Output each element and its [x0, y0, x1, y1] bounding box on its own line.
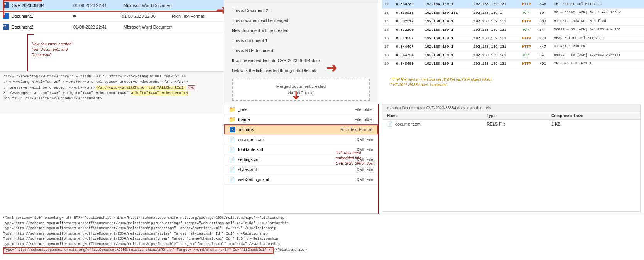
file-type-cve: Microsoft Word Document: [123, 3, 172, 8]
bottom-xml-highlight-red: Type="http://schemas.openxmlformats.org/…: [3, 247, 274, 254]
net-proto-1: TCP: [520, 8, 537, 17]
re-size-0: 1 KB: [547, 120, 640, 129]
breadcrumb-text: > shah > Documents > CVE-2023-36884.docx…: [386, 106, 491, 110]
right-explorer-table: Name Type Compressed size 📄document.xml …: [382, 112, 640, 128]
net-proto-2: HTTP: [520, 17, 537, 25]
net-len-1: 60: [537, 8, 552, 17]
net-time-1: 0.030918: [394, 8, 423, 17]
red-bracket-top: [3, 0, 42, 1]
doc-line1: This is Document 2.: [232, 6, 370, 15]
re-header-row: Name Type Compressed size: [382, 112, 640, 120]
folder-icon-theme: 📁: [229, 116, 235, 122]
doc-line3: New document will be created.: [232, 26, 370, 35]
bottom-xml-line5: Type="http://schemas.openxmlformats.org/…: [3, 237, 641, 242]
bottom-xml-line4: Type="http://schemas.openxmlformats.org/…: [3, 231, 641, 237]
http-annotation: HTTP Request to start.xml via StdOleLink…: [390, 77, 505, 88]
re-type-0: RELS File: [482, 120, 546, 129]
folder-icon-rels: 📁: [229, 106, 235, 112]
bottom-xml-line3: Type="http://schemas.openxmlformats.org/…: [3, 226, 641, 231]
fe-name-rels: _rels: [238, 107, 327, 112]
net-info-4: HEAD /start.xml HTTP/1.1: [552, 34, 644, 42]
net-row-7[interactable]: 19 0.048450 192.168.159.1 192.168.159.13…: [382, 59, 644, 68]
file-name-doc1: Document1: [12, 14, 73, 18]
net-len-0: 336: [537, 0, 552, 8]
file-icon-fonttable: 📄: [229, 146, 235, 153]
net-info-5: HTTP/1.1 200 OK: [552, 42, 644, 51]
connecting-line-v: [378, 104, 379, 214]
ann-line-v: [27, 35, 28, 71]
net-dst-2: 192.168.159.131: [471, 17, 520, 25]
right-explorer: > shah > Documents > CVE-2023-36884.docx…: [382, 104, 641, 212]
net-src-5: 192.168.159.1: [423, 42, 471, 51]
net-src-7: 192.168.159.1: [423, 59, 471, 68]
file-icon-docxml: 📄: [229, 136, 235, 143]
file-date-cve: 01-08-2023 22:41: [73, 3, 123, 8]
net-info-2: HTTP/1.1 304 Not Modified: [552, 17, 644, 25]
fe-row-docxml[interactable]: 📄 document.xml XML File: [224, 134, 378, 144]
fe-name-settings: settings.xml: [238, 157, 327, 162]
bottom-xml-line7: Type="http://schemas.openxmlformats.org/…: [3, 247, 641, 254]
net-dst-1: 192.168.159.1: [471, 8, 520, 17]
net-len-4: 273: [537, 34, 552, 42]
fe-type-rels: File folder: [327, 107, 373, 112]
file-date-doc1: 01-08-2023 22:36: [122, 14, 172, 18]
arrow-down-1: ➜: [290, 91, 303, 100]
fe-name-styles: styles.xml: [238, 167, 327, 172]
fe-name-fonttable: fontTable.xml: [238, 147, 327, 152]
net-proto-6: TCP: [520, 51, 537, 59]
network-table: 12 0.030789 192.168.159.1 192.168.159.13…: [382, 0, 644, 68]
net-num-1: 13: [382, 8, 394, 17]
net-len-5: 447: [537, 42, 552, 51]
net-dst-7: 192.168.159.131: [471, 59, 520, 68]
net-info-6: 56892 → 80 [ACK] Seq=502 Ack=678: [552, 51, 644, 59]
net-row-3[interactable]: 15 0.032290 192.168.159.1 192.168.159.13…: [382, 25, 644, 34]
fe-type-websettings: XML File: [327, 177, 373, 182]
file-name-doc2: Document2: [12, 25, 73, 29]
network-panel: 12 0.030789 192.168.159.1 192.168.159.13…: [382, 0, 644, 87]
bottom-xml-suffix: </Relationships>: [274, 248, 307, 253]
net-dst-4: 192.168.159.131: [471, 34, 520, 42]
file-name-cve: CVE-2023-36884: [12, 3, 73, 8]
net-len-2: 338: [537, 17, 552, 25]
re-col-name: Name: [382, 112, 482, 120]
xml-line3: :="preserve">will be created. </w:t></w:…: [3, 85, 221, 91]
file-type-doc1: Rich Text Format: [172, 14, 204, 18]
fe-name-docxml: document.xml: [238, 137, 327, 142]
net-num-5: 17: [382, 42, 394, 51]
net-row-0[interactable]: 12 0.030789 192.168.159.1 192.168.159.13…: [382, 0, 644, 8]
net-proto-0: HTTP: [520, 0, 537, 8]
net-row-5[interactable]: 17 0.044497 192.168.159.1 192.168.159.13…: [382, 42, 644, 51]
net-proto-5: HTTP: [520, 42, 537, 51]
net-src-6: 192.168.159.1: [423, 51, 471, 59]
xml-bottom: <?xml version="1.0" encoding="utf-8"?><R…: [0, 214, 644, 260]
re-row-0[interactable]: 📄document.xml RELS File 1 KB: [382, 120, 640, 129]
xml-line5: :ch="360" /></w:sectPr></w:body></w:docu…: [3, 96, 221, 101]
net-proto-7: HTTP: [520, 59, 537, 68]
fe-row-rels[interactable]: 📁 _rels File folder: [224, 104, 378, 114]
red-bracket-left: [3, 0, 4, 17]
net-num-0: 12: [382, 0, 394, 8]
net-time-2: 0.032012: [394, 17, 423, 25]
file-date-doc2: 01-08-2023 22:41: [73, 25, 123, 29]
net-dst-6: 192.168.159.131: [471, 51, 520, 59]
net-num-3: 15: [382, 25, 394, 34]
file-row-doc2[interactable]: W Document2 01-08-2023 22:41 Microsoft W…: [0, 22, 224, 32]
net-row-4[interactable]: 16 0.043557 192.168.159.1 192.168.159.13…: [382, 34, 644, 42]
fe-type-theme: File folder: [327, 117, 373, 122]
net-len-3: 54: [537, 25, 552, 34]
file-row-cve[interactable]: W CVE-2023-36884 01-08-2023 22:41 Micros…: [0, 0, 224, 11]
net-time-6: 0.044724: [394, 51, 423, 59]
net-row-2[interactable]: 14 0.032012 192.168.159.1 192.168.159.13…: [382, 17, 644, 25]
net-row-6[interactable]: 18 0.044724 192.168.159.1 192.168.159.13…: [382, 51, 644, 59]
file-row-doc1[interactable]: R Document1 01-08-2023 22:36 Rich Text F…: [0, 11, 224, 22]
fe-type-styles: XML File: [327, 167, 373, 172]
net-src-0: 192.168.159.1: [423, 0, 471, 8]
net-time-7: 0.048450: [394, 59, 423, 68]
fe-row-websettings[interactable]: 📄 webSettings.xml XML File: [224, 174, 378, 185]
net-row-1[interactable]: 13 0.030918 192.168.159.131 192.168.159.…: [382, 8, 644, 17]
fe-row-theme[interactable]: 📁 theme File folder: [224, 114, 378, 124]
fe-type-docxml: XML File: [327, 137, 373, 142]
fe-row-afchunk[interactable]: R afchunk Rich Text Format: [224, 124, 378, 134]
net-src-1: 192.168.159.131: [423, 8, 471, 17]
re-col-type: Type: [482, 112, 546, 120]
